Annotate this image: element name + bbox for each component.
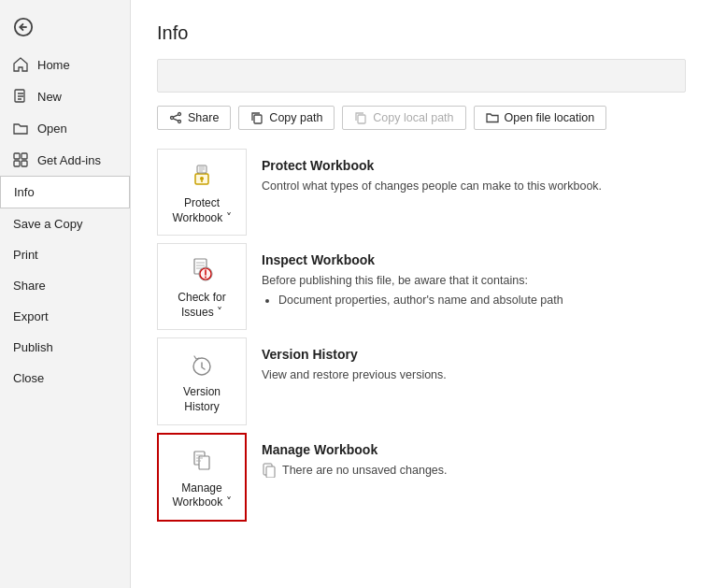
protect-workbook-button[interactable]: ProtectWorkbook ˅ bbox=[157, 149, 247, 236]
version-history-button[interactable]: VersionHistory bbox=[157, 337, 247, 424]
manage-workbook-desc: There are no unsaved changes. bbox=[282, 462, 448, 480]
copy-path-button[interactable]: Copy path bbox=[238, 106, 335, 130]
svg-point-9 bbox=[178, 121, 181, 123]
svg-rect-12 bbox=[254, 115, 262, 123]
back-button[interactable] bbox=[0, 9, 130, 45]
svg-rect-5 bbox=[14, 161, 20, 166]
share-icon bbox=[169, 111, 182, 124]
sidebar-item-print[interactable]: Print bbox=[0, 239, 130, 270]
svg-point-22 bbox=[205, 277, 206, 279]
copy-icon bbox=[250, 111, 263, 124]
protect-workbook-section: ProtectWorkbook ˅ Protect Workbook Contr… bbox=[157, 149, 686, 236]
protect-workbook-title: Protect Workbook bbox=[262, 158, 602, 173]
file-path-bar bbox=[157, 59, 686, 93]
share-button[interactable]: Share bbox=[157, 106, 231, 130]
sidebar-item-save-copy[interactable]: Save a Copy bbox=[0, 208, 130, 239]
open-location-label: Open file location bbox=[505, 111, 595, 124]
sidebar-item-home-label: Home bbox=[37, 58, 70, 72]
sidebar-item-add-ins-label: Get Add-ins bbox=[37, 153, 101, 167]
svg-rect-3 bbox=[14, 153, 20, 159]
sidebar-item-save-copy-label: Save a Copy bbox=[13, 217, 82, 231]
inspect-workbook-title: Inspect Workbook bbox=[262, 252, 563, 267]
sidebar-item-publish-label: Publish bbox=[13, 340, 53, 354]
copy-local-icon bbox=[354, 111, 367, 124]
svg-rect-27 bbox=[266, 466, 275, 478]
protect-workbook-icon bbox=[187, 161, 217, 191]
version-history-title: Version History bbox=[262, 347, 447, 362]
version-history-icon-label: VersionHistory bbox=[183, 385, 221, 414]
manage-workbook-icon-label: ManageWorkbook ˅ bbox=[172, 481, 231, 510]
inspect-workbook-text: Inspect Workbook Before publishing this … bbox=[262, 243, 563, 307]
document-icon bbox=[262, 463, 277, 478]
manage-workbook-text: Manage Workbook There are no unsaved cha… bbox=[262, 433, 448, 480]
folder-icon bbox=[486, 111, 499, 124]
sidebar-item-export-label: Export bbox=[13, 309, 49, 323]
share-button-label: Share bbox=[188, 111, 219, 124]
version-history-desc: View and restore previous versions. bbox=[262, 366, 447, 384]
svg-line-11 bbox=[173, 119, 178, 121]
sidebar-item-home[interactable]: Home bbox=[0, 49, 130, 80]
version-history-icon bbox=[187, 350, 217, 380]
action-buttons: Share Copy path Copy local path Open fil… bbox=[157, 106, 686, 130]
sidebar-item-new-label: New bbox=[37, 90, 62, 104]
sidebar-item-export[interactable]: Export bbox=[0, 301, 130, 332]
sidebar-item-share[interactable]: Share bbox=[0, 270, 130, 301]
check-issues-icon bbox=[187, 255, 217, 285]
manage-workbook-title: Manage Workbook bbox=[262, 442, 448, 457]
svg-rect-13 bbox=[358, 115, 365, 123]
sidebar-item-share-label: Share bbox=[13, 279, 46, 293]
version-history-text: Version History View and restore previou… bbox=[262, 337, 447, 384]
protect-workbook-desc: Control what types of changes people can… bbox=[262, 178, 602, 195]
check-issues-button[interactable]: Check forIssues ˅ bbox=[157, 243, 247, 330]
inspect-workbook-bullets: Document properties, author's name and a… bbox=[278, 294, 563, 307]
open-location-button[interactable]: Open file location bbox=[474, 106, 607, 130]
svg-point-15 bbox=[200, 177, 204, 180]
sidebar-item-open-label: Open bbox=[37, 122, 67, 136]
sidebar-item-open[interactable]: Open bbox=[0, 112, 130, 144]
inspect-workbook-section: Check forIssues ˅ Inspect Workbook Befor… bbox=[157, 243, 686, 330]
check-issues-icon-label: Check forIssues ˅ bbox=[178, 291, 225, 320]
protect-workbook-icon-label: ProtectWorkbook ˅ bbox=[172, 196, 231, 225]
copy-local-path-label: Copy local path bbox=[373, 111, 453, 124]
sidebar-item-info-label: Info bbox=[14, 185, 35, 199]
manage-workbook-section: ManageWorkbook ˅ Manage Workbook There a… bbox=[157, 433, 686, 522]
svg-line-10 bbox=[173, 115, 178, 117]
svg-rect-6 bbox=[21, 161, 27, 166]
sidebar-item-add-ins[interactable]: Get Add-ins bbox=[0, 144, 130, 176]
copy-path-button-label: Copy path bbox=[269, 111, 322, 124]
sidebar-item-publish[interactable]: Publish bbox=[0, 332, 130, 363]
sidebar: Home New Open Get Add-ins Info Save a Co… bbox=[0, 0, 131, 588]
svg-point-8 bbox=[171, 117, 174, 120]
inspect-workbook-bullet-1: Document properties, author's name and a… bbox=[278, 294, 563, 307]
protect-workbook-text: Protect Workbook Control what types of c… bbox=[262, 149, 602, 195]
sidebar-item-info[interactable]: Info bbox=[0, 176, 130, 208]
sidebar-item-print-label: Print bbox=[13, 248, 38, 262]
svg-point-7 bbox=[178, 113, 181, 116]
page-title: Info bbox=[157, 22, 686, 44]
sidebar-item-new[interactable]: New bbox=[0, 80, 130, 112]
version-history-section: VersionHistory Version History View and … bbox=[157, 337, 686, 424]
sidebar-item-close[interactable]: Close bbox=[0, 363, 130, 394]
sidebar-item-close-label: Close bbox=[13, 371, 44, 385]
copy-local-path-button[interactable]: Copy local path bbox=[342, 106, 465, 130]
manage-workbook-button[interactable]: ManageWorkbook ˅ bbox=[157, 433, 247, 522]
inspect-workbook-desc: Before publishing this file, be aware th… bbox=[262, 272, 563, 290]
manage-workbook-icon bbox=[187, 446, 217, 476]
main-content: Info Share Copy path Copy bbox=[131, 0, 712, 588]
svg-rect-4 bbox=[21, 153, 27, 159]
